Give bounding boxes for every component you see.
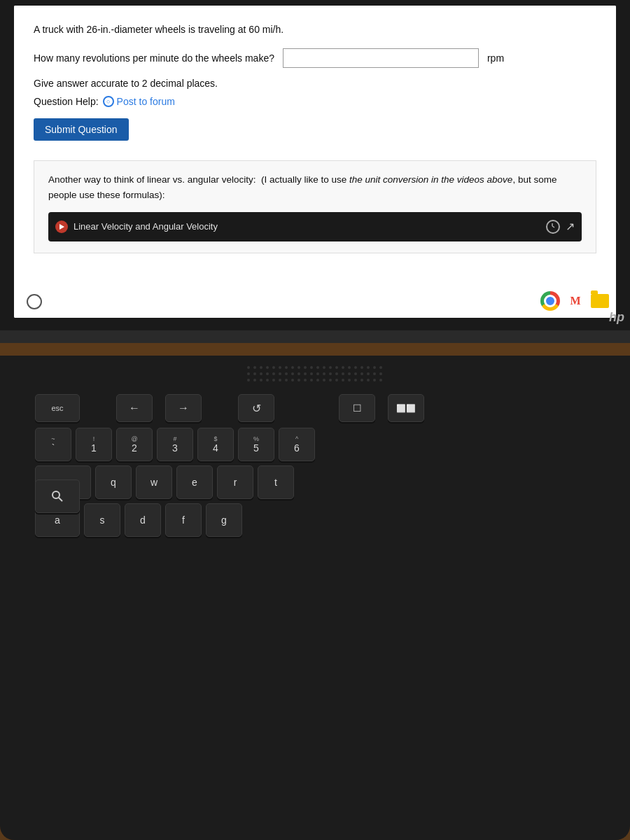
key-f-label: f <box>182 514 185 526</box>
speaker-dot <box>360 379 363 382</box>
search-circle-icon <box>27 294 42 309</box>
key-refresh[interactable]: ↺ <box>238 394 274 422</box>
speaker-dot <box>272 366 275 369</box>
key-5[interactable]: % 5 <box>238 428 274 461</box>
key-forward-arrow[interactable]: → <box>165 394 202 422</box>
key-s-label: s <box>100 514 105 526</box>
speaker-dot <box>266 372 269 375</box>
speaker-dot <box>304 372 307 375</box>
speaker-dot <box>329 379 332 382</box>
speaker-dot <box>291 379 294 382</box>
key-s[interactable]: s <box>84 503 120 537</box>
key-e-label: e <box>192 477 197 488</box>
speaker-dot <box>348 379 351 382</box>
video-title-text: Linear Velocity and Angular Velocity <box>74 220 540 234</box>
key-e[interactable]: e <box>176 465 213 499</box>
video-bar[interactable]: Linear Velocity and Angular Velocity ↗ <box>48 212 582 241</box>
hp-logo: hp <box>609 310 624 325</box>
key-tilde[interactable]: ~ ` <box>35 428 71 461</box>
asdf-row: a s d f g <box>35 503 595 537</box>
speaker-dot <box>323 366 326 369</box>
speaker-dot <box>253 366 256 369</box>
key-w-label: w <box>150 477 158 488</box>
key-4[interactable]: $ 4 <box>197 428 234 461</box>
speaker-dot <box>260 379 262 382</box>
speaker-dot <box>360 366 363 369</box>
key-esc[interactable]: esc <box>35 394 80 422</box>
speaker-dot <box>348 366 351 369</box>
qwerty-row: tab q w e r t <box>35 465 595 499</box>
number-row: ~ ` ! 1 @ 2 # 3 $ 4 % 5 <box>35 428 595 461</box>
hint-box: Another way to think of linear vs. angul… <box>34 160 596 253</box>
speaker-dot <box>291 372 294 375</box>
speaker-dot <box>272 372 275 375</box>
speaker-dot <box>316 379 319 382</box>
speaker-dot <box>342 379 344 382</box>
key-t[interactable]: t <box>258 465 294 499</box>
post-to-forum-link[interactable]: ○ Post to forum <box>103 96 175 107</box>
refresh-icon: ↺ <box>252 402 261 415</box>
key-g-label: g <box>221 514 227 526</box>
gmail-icon: M <box>566 291 585 311</box>
speaker-dot <box>285 379 288 382</box>
forum-icon: ○ <box>103 96 114 107</box>
speaker-dot <box>247 372 250 375</box>
key-q-label: q <box>111 477 116 488</box>
key-2[interactable]: @ 2 <box>116 428 153 461</box>
speaker-dot <box>379 372 382 375</box>
speaker-dot <box>323 379 326 382</box>
speaker-dot <box>373 372 376 375</box>
key-w[interactable]: w <box>136 465 172 499</box>
hint-text: Another way to think of linear vs. angul… <box>48 172 582 202</box>
speaker-dot <box>279 366 281 369</box>
speaker-dots: // Will be rendered below via JS <box>247 366 384 383</box>
speaker-dot <box>354 372 357 375</box>
speaker-dot <box>335 372 338 375</box>
speaker-dot <box>253 372 256 375</box>
keyboard: esc ← → ↺ ☐ ⬜⬜ ~ <box>35 394 595 541</box>
key-r[interactable]: r <box>217 465 253 499</box>
key-d[interactable]: d <box>125 503 161 537</box>
speaker-dot <box>367 372 370 375</box>
speaker-dot <box>298 372 300 375</box>
submit-question-button[interactable]: Submit Question <box>34 118 129 141</box>
speaker-dot <box>247 379 250 382</box>
key-split-window[interactable]: ⬜⬜ <box>388 394 424 422</box>
speaker-dot <box>266 379 269 382</box>
key-q[interactable]: q <box>95 465 132 499</box>
key-3[interactable]: # 3 <box>157 428 193 461</box>
problem-title: A truck with 26-in.-diameter wheels is t… <box>34 22 596 37</box>
speaker-dot <box>373 379 376 382</box>
speaker-dot <box>316 372 319 375</box>
key-back-arrow[interactable]: ← <box>116 394 153 422</box>
key-search[interactable] <box>35 479 80 513</box>
key-r-label: r <box>234 477 237 488</box>
key-esc-label: esc <box>51 404 63 412</box>
key-d-label: d <box>140 514 146 526</box>
taskbar-icons: M <box>540 291 609 311</box>
screen-content: A truck with 26-in.-diameter wheels is t… <box>14 6 616 318</box>
speaker-dot <box>373 366 376 369</box>
fn-row: esc ← → ↺ ☐ ⬜⬜ <box>35 394 595 422</box>
key-1[interactable]: ! 1 <box>76 428 112 461</box>
speaker-dot <box>360 372 363 375</box>
speaker-dot <box>367 366 370 369</box>
question-text: How many revolutions per minute do the w… <box>34 52 274 64</box>
screen-bezel: A truck with 26-in.-diameter wheels is t… <box>14 6 616 318</box>
question-help-label: Question Help: <box>34 96 99 107</box>
key-a-label: a <box>55 514 60 526</box>
share-icon: ↗ <box>566 218 575 236</box>
speaker-dot <box>335 366 338 369</box>
rpm-input[interactable] <box>283 48 479 68</box>
speaker-dot <box>379 379 382 382</box>
keyboard-area: // Will be rendered below via JS esc ← →… <box>0 356 630 840</box>
key-6[interactable]: ^ 6 <box>279 428 315 461</box>
speaker-dot <box>310 372 313 375</box>
speaker-dot <box>379 366 382 369</box>
key-f[interactable]: f <box>165 503 202 537</box>
key-window[interactable]: ☐ <box>339 394 375 422</box>
split-window-icon: ⬜⬜ <box>396 404 416 413</box>
speaker-dot <box>272 379 275 382</box>
speaker-dot <box>335 379 338 382</box>
key-g[interactable]: g <box>206 503 242 537</box>
